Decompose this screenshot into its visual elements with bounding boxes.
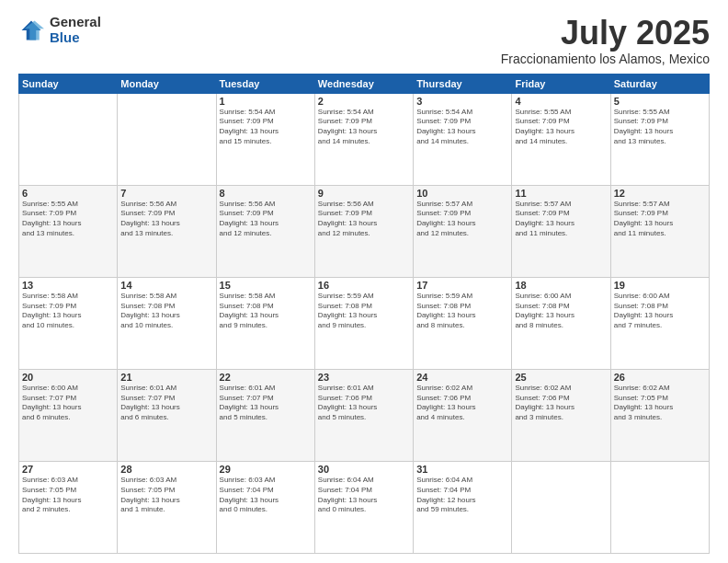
calendar-cell: 10Sunrise: 5:57 AM Sunset: 7:09 PM Dayli…	[414, 185, 512, 277]
calendar-cell: 14Sunrise: 5:58 AM Sunset: 7:08 PM Dayli…	[118, 277, 216, 369]
day-info: Sunrise: 5:56 AM Sunset: 7:09 PM Dayligh…	[120, 200, 212, 239]
day-info: Sunrise: 5:56 AM Sunset: 7:09 PM Dayligh…	[220, 200, 312, 239]
weekday-header-thursday: Thursday	[414, 74, 512, 93]
header: General Blue July 2025 Fraccionamiento l…	[18, 15, 710, 66]
calendar-cell: 11Sunrise: 5:57 AM Sunset: 7:09 PM Dayli…	[512, 185, 610, 277]
day-info: Sunrise: 5:59 AM Sunset: 7:08 PM Dayligh…	[416, 292, 508, 331]
day-info: Sunrise: 5:58 AM Sunset: 7:08 PM Dayligh…	[220, 292, 312, 331]
day-info: Sunrise: 5:55 AM Sunset: 7:09 PM Dayligh…	[515, 108, 607, 147]
day-number: 20	[22, 372, 114, 383]
calendar-cell: 2Sunrise: 5:54 AM Sunset: 7:09 PM Daylig…	[314, 93, 413, 185]
day-info: Sunrise: 5:58 AM Sunset: 7:09 PM Dayligh…	[22, 292, 114, 331]
day-number: 2	[318, 96, 410, 107]
day-number: 11	[515, 188, 607, 199]
calendar-cell: 25Sunrise: 6:02 AM Sunset: 7:06 PM Dayli…	[512, 369, 610, 461]
calendar-cell: 8Sunrise: 5:56 AM Sunset: 7:09 PM Daylig…	[216, 185, 314, 277]
calendar-cell: 23Sunrise: 6:01 AM Sunset: 7:06 PM Dayli…	[314, 369, 413, 461]
logo-text: General Blue	[50, 15, 101, 45]
calendar-cell: 12Sunrise: 5:57 AM Sunset: 7:09 PM Dayli…	[610, 185, 709, 277]
calendar-cell: 20Sunrise: 6:00 AM Sunset: 7:07 PM Dayli…	[19, 369, 118, 461]
day-info: Sunrise: 6:00 AM Sunset: 7:07 PM Dayligh…	[22, 384, 114, 423]
day-info: Sunrise: 6:01 AM Sunset: 7:07 PM Dayligh…	[120, 384, 212, 423]
page: General Blue July 2025 Fraccionamiento l…	[0, 0, 728, 563]
month-title: July 2025	[501, 15, 710, 52]
day-info: Sunrise: 6:02 AM Sunset: 7:06 PM Dayligh…	[515, 384, 607, 423]
calendar-cell: 24Sunrise: 6:02 AM Sunset: 7:06 PM Dayli…	[414, 369, 512, 461]
calendar-cell: 18Sunrise: 6:00 AM Sunset: 7:08 PM Dayli…	[512, 277, 610, 369]
day-info: Sunrise: 5:55 AM Sunset: 7:09 PM Dayligh…	[614, 108, 706, 147]
weekday-header-row: SundayMondayTuesdayWednesdayThursdayFrid…	[19, 74, 710, 93]
day-info: Sunrise: 6:00 AM Sunset: 7:08 PM Dayligh…	[614, 292, 706, 331]
day-number: 12	[614, 188, 706, 199]
day-number: 23	[318, 372, 410, 383]
title-block: July 2025 Fraccionamiento los Alamos, Me…	[501, 15, 710, 66]
calendar-cell: 7Sunrise: 5:56 AM Sunset: 7:09 PM Daylig…	[118, 185, 216, 277]
weekday-header-sunday: Sunday	[19, 74, 118, 93]
day-info: Sunrise: 5:56 AM Sunset: 7:09 PM Dayligh…	[318, 200, 410, 239]
day-info: Sunrise: 6:03 AM Sunset: 7:04 PM Dayligh…	[220, 476, 312, 515]
calendar-cell: 28Sunrise: 6:03 AM Sunset: 7:05 PM Dayli…	[118, 461, 216, 553]
logo: General Blue	[18, 15, 101, 45]
day-info: Sunrise: 5:58 AM Sunset: 7:08 PM Dayligh…	[120, 292, 212, 331]
day-number: 18	[515, 280, 607, 291]
calendar-table: SundayMondayTuesdayWednesdayThursdayFrid…	[18, 74, 710, 554]
calendar-week-2: 6Sunrise: 5:55 AM Sunset: 7:09 PM Daylig…	[19, 185, 710, 277]
calendar-cell	[512, 461, 610, 553]
calendar-week-1: 1Sunrise: 5:54 AM Sunset: 7:09 PM Daylig…	[19, 93, 710, 185]
calendar-week-3: 13Sunrise: 5:58 AM Sunset: 7:09 PM Dayli…	[19, 277, 710, 369]
calendar-week-4: 20Sunrise: 6:00 AM Sunset: 7:07 PM Dayli…	[19, 369, 710, 461]
day-info: Sunrise: 6:00 AM Sunset: 7:08 PM Dayligh…	[515, 292, 607, 331]
calendar-cell: 5Sunrise: 5:55 AM Sunset: 7:09 PM Daylig…	[610, 93, 709, 185]
day-info: Sunrise: 6:04 AM Sunset: 7:04 PM Dayligh…	[318, 476, 410, 515]
day-number: 13	[22, 280, 114, 291]
day-number: 26	[614, 372, 706, 383]
day-info: Sunrise: 6:01 AM Sunset: 7:07 PM Dayligh…	[220, 384, 312, 423]
day-number: 27	[22, 464, 114, 475]
day-number: 25	[515, 372, 607, 383]
day-number: 16	[318, 280, 410, 291]
weekday-header-wednesday: Wednesday	[314, 74, 413, 93]
calendar-cell: 9Sunrise: 5:56 AM Sunset: 7:09 PM Daylig…	[314, 185, 413, 277]
weekday-header-tuesday: Tuesday	[216, 74, 314, 93]
calendar-cell: 26Sunrise: 6:02 AM Sunset: 7:05 PM Dayli…	[610, 369, 709, 461]
calendar-cell: 3Sunrise: 5:54 AM Sunset: 7:09 PM Daylig…	[414, 93, 512, 185]
day-info: Sunrise: 6:01 AM Sunset: 7:06 PM Dayligh…	[318, 384, 410, 423]
calendar-cell: 13Sunrise: 5:58 AM Sunset: 7:09 PM Dayli…	[19, 277, 118, 369]
calendar-cell: 27Sunrise: 6:03 AM Sunset: 7:05 PM Dayli…	[19, 461, 118, 553]
day-info: Sunrise: 6:03 AM Sunset: 7:05 PM Dayligh…	[22, 476, 114, 515]
calendar-cell: 6Sunrise: 5:55 AM Sunset: 7:09 PM Daylig…	[19, 185, 118, 277]
day-info: Sunrise: 5:57 AM Sunset: 7:09 PM Dayligh…	[515, 200, 607, 239]
weekday-header-friday: Friday	[512, 74, 610, 93]
day-number: 19	[614, 280, 706, 291]
logo-blue-label: Blue	[50, 30, 101, 46]
day-info: Sunrise: 6:02 AM Sunset: 7:06 PM Dayligh…	[416, 384, 508, 423]
day-number: 1	[220, 96, 312, 107]
day-number: 15	[220, 280, 312, 291]
day-info: Sunrise: 6:03 AM Sunset: 7:05 PM Dayligh…	[120, 476, 212, 515]
day-number: 22	[220, 372, 312, 383]
calendar-cell: 4Sunrise: 5:55 AM Sunset: 7:09 PM Daylig…	[512, 93, 610, 185]
calendar-cell	[19, 93, 118, 185]
day-number: 17	[416, 280, 508, 291]
weekday-header-monday: Monday	[118, 74, 216, 93]
day-info: Sunrise: 5:54 AM Sunset: 7:09 PM Dayligh…	[318, 108, 410, 147]
day-number: 28	[120, 464, 212, 475]
day-number: 30	[318, 464, 410, 475]
day-info: Sunrise: 5:57 AM Sunset: 7:09 PM Dayligh…	[416, 200, 508, 239]
calendar-cell	[610, 461, 709, 553]
logo-icon	[18, 17, 44, 43]
day-info: Sunrise: 5:55 AM Sunset: 7:09 PM Dayligh…	[22, 200, 114, 239]
day-number: 6	[22, 188, 114, 199]
calendar-cell: 19Sunrise: 6:00 AM Sunset: 7:08 PM Dayli…	[610, 277, 709, 369]
calendar-cell: 21Sunrise: 6:01 AM Sunset: 7:07 PM Dayli…	[118, 369, 216, 461]
day-number: 14	[120, 280, 212, 291]
location-title: Fraccionamiento los Alamos, Mexico	[501, 52, 710, 66]
calendar-week-5: 27Sunrise: 6:03 AM Sunset: 7:05 PM Dayli…	[19, 461, 710, 553]
calendar-cell: 15Sunrise: 5:58 AM Sunset: 7:08 PM Dayli…	[216, 277, 314, 369]
logo-general-label: General	[50, 15, 101, 30]
day-info: Sunrise: 6:04 AM Sunset: 7:04 PM Dayligh…	[416, 476, 508, 515]
calendar-cell: 29Sunrise: 6:03 AM Sunset: 7:04 PM Dayli…	[216, 461, 314, 553]
day-number: 9	[318, 188, 410, 199]
calendar-cell: 17Sunrise: 5:59 AM Sunset: 7:08 PM Dayli…	[414, 277, 512, 369]
day-number: 31	[416, 464, 508, 475]
